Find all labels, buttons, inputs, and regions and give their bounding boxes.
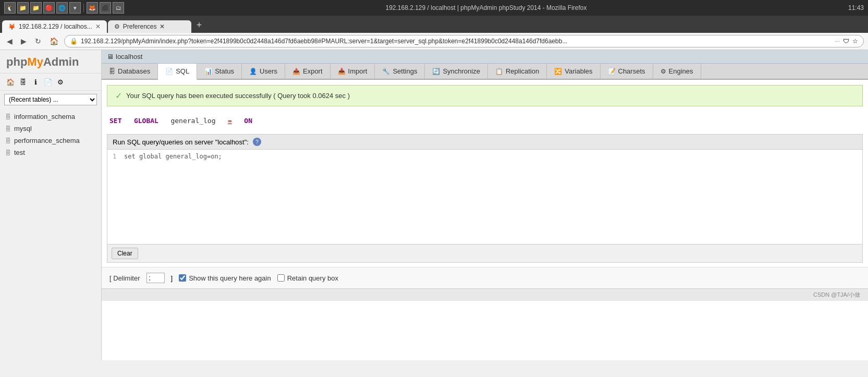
back-button[interactable]: ◀ xyxy=(4,36,15,46)
tab-charsets-label: Charsets xyxy=(618,67,645,75)
reload-button[interactable]: ↻ xyxy=(32,36,44,46)
tab-engines-label: Engines xyxy=(669,67,693,75)
tab-synchronize[interactable]: 🔄 Synchronize xyxy=(425,64,488,79)
show-query-label[interactable]: Show this query here again xyxy=(179,274,271,282)
sql-editor-header: Run SQL query/queries on server "localho… xyxy=(107,135,862,150)
sql-editor-title: Run SQL query/queries on server "localho… xyxy=(113,138,249,146)
clear-button[interactable]: Clear xyxy=(112,248,138,259)
sql-help-icon[interactable]: ? xyxy=(253,138,261,146)
tab-sql[interactable]: 📄 SQL xyxy=(158,64,197,80)
show-query-checkbox[interactable] xyxy=(179,274,186,282)
retain-query-text: Retain query box xyxy=(287,274,338,282)
sidebar-settings-icon[interactable]: ⚙ xyxy=(55,77,66,87)
logo-php: php xyxy=(6,55,27,68)
tab-variables[interactable]: 🔀 Variables xyxy=(547,64,600,79)
sql-result-display: SET GLOBAL general_log = ON xyxy=(102,112,868,130)
sql-editor-section: Run SQL query/queries on server "localho… xyxy=(107,134,863,263)
db-label-2: mysql xyxy=(14,125,32,132)
address-bar[interactable]: 🔒 192.168.2.129/phpMyAdmin/index.php?tok… xyxy=(64,35,864,47)
tab-settings[interactable]: 🔧 Settings xyxy=(375,64,425,79)
new-tab-button[interactable]: + xyxy=(192,18,206,33)
tab-users[interactable]: 👤 Users xyxy=(242,64,285,79)
db-icon-3: 🗄 xyxy=(5,138,11,144)
address-text: 192.168.2.129/phpMyAdmin/index.php?token… xyxy=(81,38,567,45)
tab-charsets[interactable]: 📝 Charsets xyxy=(601,64,653,79)
show-query-text: Show this query here again xyxy=(189,274,271,282)
db-label-1: information_schema xyxy=(14,113,75,120)
sql-options-bar: [ Delimiter ] Show this query here again… xyxy=(102,267,868,288)
tab-close-prefs[interactable]: ✕ xyxy=(160,23,165,30)
db-item-performance-schema[interactable]: 🗄 performance_schema xyxy=(0,135,101,147)
home-button[interactable]: 🏠 xyxy=(47,36,61,46)
delimiter-input[interactable] xyxy=(146,273,165,283)
tab-favicon-pma: 🦊 xyxy=(8,23,16,30)
tab-import-label: Import xyxy=(348,67,368,75)
tab-settings-label: Settings xyxy=(393,67,417,75)
db-item-test[interactable]: 🗄 test xyxy=(0,147,101,159)
sql-global-keyword: GLOBAL xyxy=(134,117,158,125)
tab-replication[interactable]: 📋 Replication xyxy=(488,64,547,79)
sql-variable-name: general_log xyxy=(170,117,215,125)
sql-textarea[interactable] xyxy=(109,161,860,242)
forward-button[interactable]: ▶ xyxy=(18,36,29,46)
taskbar-icon-3[interactable]: 📁 xyxy=(30,2,42,14)
delimiter-close-bracket: ] xyxy=(171,274,173,282)
success-message: ✓ Your SQL query has been executed succe… xyxy=(107,85,863,106)
tab-export-label: Export xyxy=(303,67,323,75)
tab-engines-icon: ⚙ xyxy=(661,68,666,75)
taskbar-icon-1[interactable]: 🐧 xyxy=(4,2,16,14)
tab-label-prefs: Preferences xyxy=(123,23,157,30)
sql-code-line-1: set global general_log=on; xyxy=(124,153,222,160)
pma-app: phpMyAdmin 🏠 🗄 ℹ 📄 ⚙ (Recent tables) ...… xyxy=(0,50,868,360)
sql-set-keyword: SET xyxy=(109,117,121,125)
tab-variables-label: Variables xyxy=(565,67,592,75)
browser-window: 🐧 📁 📁 🔴 🌐 ▾ 🦊 ⬛ 🗂 192.168.2.129 / localh… xyxy=(0,0,868,360)
sidebar-info-icon[interactable]: ℹ xyxy=(30,77,41,87)
taskbar-firefox[interactable]: 🦊 xyxy=(87,2,98,14)
tab-close-pma[interactable]: ✕ xyxy=(95,23,101,30)
tab-import-icon: 📥 xyxy=(338,68,346,75)
tab-export[interactable]: 📤 Export xyxy=(285,64,331,79)
browser-title: 192.168.2.129 / localhost | phpMyAdmin p… xyxy=(385,4,586,11)
tab-databases[interactable]: 🗄 Databases xyxy=(102,64,158,79)
pma-main-content: 🖥 localhost 🗄 Databases 📄 SQL 📊 Status xyxy=(102,50,868,360)
sidebar-home-icon[interactable]: 🏠 xyxy=(5,77,16,87)
taskbar-icon-6[interactable]: ▾ xyxy=(69,2,81,14)
taskbar-icon-5[interactable]: 🌐 xyxy=(56,2,68,14)
tab-replication-icon: 📋 xyxy=(495,68,503,75)
recent-tables-select[interactable]: (Recent tables) ... xyxy=(4,94,97,105)
sql-editor-wrapper: 1 set global general_log=on; xyxy=(107,150,862,244)
sidebar-db-icon[interactable]: 🗄 xyxy=(18,77,28,87)
sidebar-docs-icon[interactable]: 📄 xyxy=(43,77,53,87)
tab-import[interactable]: 📥 Import xyxy=(331,64,375,79)
database-list: 🗄 information_schema 🗄 mysql 🗄 performan… xyxy=(0,108,101,161)
browser-tabbar: 🦊 192.168.2.129 / localhos... ✕ ⚙ Prefer… xyxy=(0,16,868,33)
taskbar-terminal[interactable]: ⬛ xyxy=(100,2,111,14)
pma-sidebar-icons: 🏠 🗄 ℹ 📄 ⚙ xyxy=(0,74,101,91)
taskbar-icon-4[interactable]: 🔴 xyxy=(43,2,55,14)
tab-sql-icon: 📄 xyxy=(165,68,173,75)
retain-query-checkbox[interactable] xyxy=(277,274,285,282)
lock-icon: 🔒 xyxy=(70,38,78,45)
breadcrumb-text: localhost xyxy=(116,53,142,60)
db-item-information-schema[interactable]: 🗄 information_schema xyxy=(0,111,101,123)
logo-admin: Admin xyxy=(43,55,79,68)
tab-databases-label: Databases xyxy=(118,67,150,75)
taskbar-icon-2[interactable]: 📁 xyxy=(17,2,29,14)
tab-export-icon: 📤 xyxy=(292,68,300,75)
pma-footer: CSDN @TJA/小做 xyxy=(102,288,868,301)
logo-my: My xyxy=(27,55,43,68)
tab-users-icon: 👤 xyxy=(249,68,257,75)
db-label-3: performance_schema xyxy=(14,137,80,144)
browser-tab-pma[interactable]: 🦊 192.168.2.129 / localhos... ✕ xyxy=(2,20,107,33)
tab-status[interactable]: 📊 Status xyxy=(197,64,242,79)
line-number-1: 1 xyxy=(113,153,119,160)
db-item-mysql[interactable]: 🗄 mysql xyxy=(0,123,101,135)
browser-navbar: ◀ ▶ ↻ 🏠 🔒 192.168.2.129/phpMyAdmin/index… xyxy=(0,33,868,50)
shield-icon: 🛡 xyxy=(843,38,849,45)
tab-engines[interactable]: ⚙ Engines xyxy=(653,64,701,79)
taskbar-files[interactable]: 🗂 xyxy=(113,2,124,14)
retain-query-label[interactable]: Retain query box xyxy=(277,274,338,282)
browser-tab-prefs[interactable]: ⚙ Preferences ✕ xyxy=(108,20,191,33)
taskbar-icons: 🐧 📁 📁 🔴 🌐 ▾ 🦊 ⬛ 🗂 xyxy=(4,2,124,14)
